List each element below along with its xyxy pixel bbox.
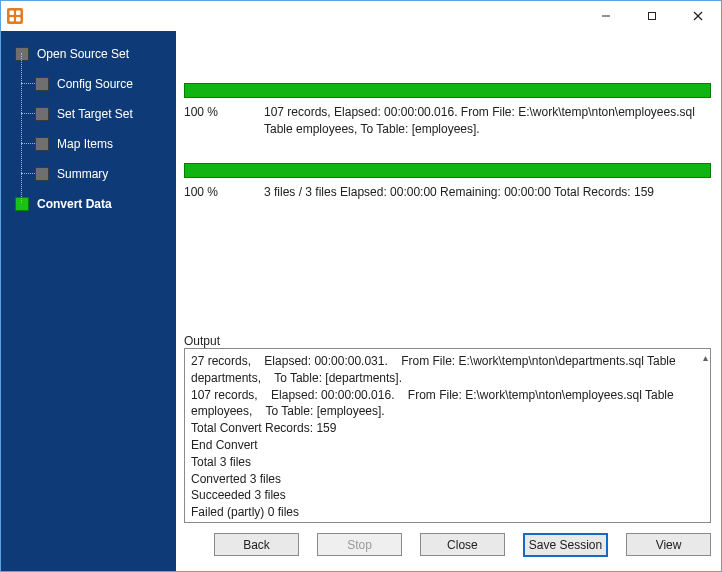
step-box-icon (35, 167, 49, 181)
step-box-icon (15, 197, 29, 211)
step-box-icon (35, 137, 49, 151)
step-box-icon (35, 77, 49, 91)
button-bar: Back Stop Close Save Session View (214, 523, 711, 563)
total-progress-detail: 3 files / 3 files Elapsed: 00:00:00 Rema… (264, 184, 711, 201)
step-label: Config Source (57, 77, 133, 91)
file-progress-detail: 107 records, Elapsed: 00:00:00.016. From… (264, 104, 711, 139)
step-label: Open Source Set (37, 47, 129, 61)
output-log[interactable]: ▴ 27 records, Elapsed: 00:00:00.031. Fro… (184, 348, 711, 523)
step-label: Set Target Set (57, 107, 133, 121)
wizard-sidebar: Open Source Set Config Source Set Target… (1, 31, 176, 571)
step-set-target-set[interactable]: Set Target Set (1, 99, 176, 129)
output-text: 27 records, Elapsed: 00:00:00.031. From … (191, 353, 704, 521)
close-button[interactable]: Close (420, 533, 505, 556)
svg-rect-3 (10, 17, 15, 22)
svg-rect-4 (16, 17, 21, 22)
step-box-icon (35, 107, 49, 121)
back-button[interactable]: Back (214, 533, 299, 556)
file-progress-bar (184, 83, 711, 98)
output-label: Output (184, 324, 711, 348)
svg-rect-1 (10, 11, 15, 16)
stop-button: Stop (317, 533, 402, 556)
save-session-button[interactable]: Save Session (523, 533, 608, 557)
titlebar (1, 1, 721, 31)
scroll-up-icon[interactable]: ▴ (703, 351, 708, 365)
step-convert-data[interactable]: Convert Data (1, 189, 176, 219)
app-window: Open Source Set Config Source Set Target… (0, 0, 722, 572)
svg-rect-0 (7, 8, 23, 24)
step-box-icon (15, 47, 29, 61)
step-map-items[interactable]: Map Items (1, 129, 176, 159)
step-label: Convert Data (37, 197, 112, 211)
file-progress-percent: 100 % (184, 104, 264, 139)
step-config-source[interactable]: Config Source (1, 69, 176, 99)
step-summary[interactable]: Summary (1, 159, 176, 189)
step-label: Map Items (57, 137, 113, 151)
close-window-button[interactable] (675, 1, 721, 31)
file-progress-block: 100 % 107 records, Elapsed: 00:00:00.016… (184, 83, 711, 139)
total-progress-bar (184, 163, 711, 178)
minimize-button[interactable] (583, 1, 629, 31)
maximize-button[interactable] (629, 1, 675, 31)
view-button[interactable]: View (626, 533, 711, 556)
step-label: Summary (57, 167, 108, 181)
step-open-source-set[interactable]: Open Source Set (1, 39, 176, 69)
app-icon (1, 2, 29, 30)
main-panel: 100 % 107 records, Elapsed: 00:00:00.016… (176, 31, 721, 571)
svg-rect-2 (16, 11, 21, 16)
total-progress-percent: 100 % (184, 184, 264, 201)
svg-rect-6 (649, 13, 656, 20)
total-progress-block: 100 % 3 files / 3 files Elapsed: 00:00:0… (184, 163, 711, 201)
